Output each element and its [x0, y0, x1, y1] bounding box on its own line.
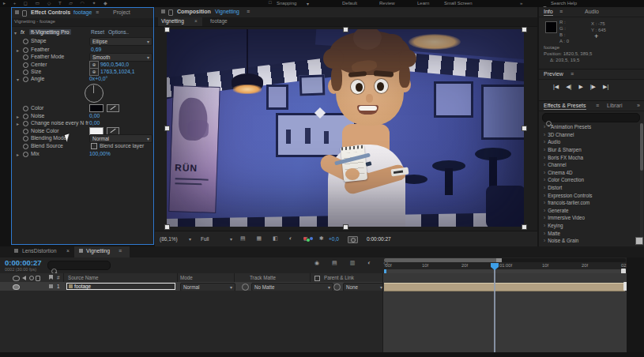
tool-icons[interactable]: ▸ + ◻ ▭ ◇ T ▱ ◠ ✦ ◆: [3, 0, 111, 6]
layer-duration-bar[interactable]: [384, 283, 625, 291]
effect-title-row[interactable]: ▾ fx ft-Vignetting Pro Reset Options..: [12, 28, 153, 36]
lock-icon[interactable]: [22, 10, 27, 17]
audio-speaker-icon[interactable]: [22, 276, 26, 280]
camera-snapshot-icon[interactable]: [348, 236, 358, 243]
next-frame-button[interactable]: |▶: [590, 84, 596, 90]
angle-value[interactable]: 0x+0,0°: [89, 76, 107, 81]
effects-category[interactable]: ›Immersive Video: [539, 214, 638, 222]
center-value[interactable]: 960,0,540,0: [100, 62, 129, 67]
panel-menu-icon[interactable]: ≡: [119, 248, 122, 254]
property-label[interactable]: Blending Mode: [31, 135, 66, 141]
scrollbar[interactable]: [640, 123, 643, 242]
selection-handle[interactable]: [522, 27, 527, 32]
checkbox-label[interactable]: Blend source layer: [100, 143, 144, 148]
effects-category[interactable]: ›francois-tarlier.com: [539, 199, 638, 207]
stopwatch-icon[interactable]: [23, 54, 28, 60]
snapping-checkbox-icon[interactable]: □: [269, 0, 272, 5]
stopwatch-icon[interactable]: [23, 121, 28, 126]
effect-name[interactable]: ft-Vignetting Pro: [29, 29, 71, 35]
video-frame[interactable]: RÜN: [167, 29, 524, 227]
effects-category[interactable]: ›Channel: [539, 161, 638, 169]
layer-name-field[interactable]: footage: [66, 283, 175, 290]
source-name-header[interactable]: Source Name: [68, 275, 99, 280]
exposure-value[interactable]: +0,0: [329, 236, 339, 242]
tab-vignetting-timeline[interactable]: Vignetting ≡: [74, 246, 130, 257]
property-label[interactable]: Mix: [31, 151, 40, 156]
eyedropper-icon[interactable]: [107, 104, 119, 112]
effects-category[interactable]: ›3D Channel: [539, 131, 638, 139]
selection-handle[interactable]: [343, 224, 348, 230]
comp-timecode[interactable]: 0:00:00:27: [367, 236, 391, 242]
search-help-input[interactable]: Search Help: [551, 1, 577, 6]
selection-handle[interactable]: [522, 126, 527, 131]
workspace-learn[interactable]: Learn: [417, 1, 429, 6]
blend-source-checkbox[interactable]: [91, 143, 97, 149]
selection-handle[interactable]: [164, 27, 170, 32]
timeline-ruler[interactable]: :00f 10f 20f 01:00f 10f 20f 02:0: [382, 263, 627, 269]
tab-effects-presets[interactable]: Effects & Presets: [544, 103, 586, 110]
feather-value[interactable]: 0,69: [91, 47, 101, 52]
tab-footage[interactable]: footage: [210, 18, 228, 24]
preview-title[interactable]: Preview: [544, 71, 563, 77]
reset-button[interactable]: Reset: [91, 29, 104, 35]
expand-open-icon[interactable]: ▾: [14, 30, 17, 36]
snapping-caret-icon[interactable]: ▾: [307, 1, 309, 6]
effects-category[interactable]: ›* Animation Presets: [539, 123, 638, 131]
property-label[interactable]: Shape: [31, 38, 47, 43]
effects-category[interactable]: ›Cinema 4D: [539, 169, 638, 177]
navigator-handle[interactable]: [384, 258, 499, 262]
snapping-label[interactable]: Snapping: [277, 1, 296, 6]
expand-closed-icon[interactable]: ▸: [17, 47, 19, 53]
property-label[interactable]: Angle: [31, 76, 44, 81]
effects-category[interactable]: ›Blur & Sharpen: [539, 146, 638, 154]
property-label[interactable]: Noise: [31, 113, 44, 118]
expand-closed-icon[interactable]: ▸: [17, 152, 19, 157]
effects-category[interactable]: ›Keying: [539, 222, 638, 230]
property-label[interactable]: Noise Color: [31, 128, 59, 133]
tab-audio[interactable]: Audio: [585, 9, 599, 14]
chevron-down-icon[interactable]: ▾: [189, 236, 191, 242]
effects-category[interactable]: ›Color Correction: [539, 176, 638, 184]
mode-header[interactable]: Mode: [180, 275, 193, 280]
workspace-more-icon[interactable]: »: [520, 1, 522, 6]
stopwatch-icon[interactable]: [23, 62, 28, 68]
stopwatch-icon[interactable]: [23, 47, 28, 53]
chevron-down-icon[interactable]: ▾: [230, 236, 232, 242]
options-button[interactable]: Options..: [108, 29, 129, 35]
video-eye-icon[interactable]: [13, 276, 20, 281]
resolution-dropdown[interactable]: Full: [201, 236, 209, 242]
workspace-small-screen[interactable]: Small Screen: [444, 1, 473, 6]
play-button[interactable]: ▶: [578, 84, 582, 90]
angle-dial[interactable]: [85, 84, 104, 103]
selection-handle[interactable]: [164, 126, 170, 131]
label-flag-icon[interactable]: [49, 275, 53, 280]
close-icon[interactable]: ×: [194, 18, 198, 24]
effects-category[interactable]: ›Audio: [539, 138, 638, 146]
stopwatch-icon[interactable]: [23, 129, 28, 134]
tab-vignetting[interactable]: Vignetting ×: [158, 17, 202, 26]
change-noise-value[interactable]: 0,00: [89, 120, 100, 126]
stopwatch-icon[interactable]: [23, 77, 28, 82]
tab-info[interactable]: Info: [544, 9, 553, 16]
property-label[interactable]: Feather Mode: [31, 54, 64, 59]
workspace-default[interactable]: Default: [342, 1, 357, 6]
property-label[interactable]: Size: [31, 69, 41, 74]
panel-menu-icon[interactable]: ≡: [596, 103, 599, 108]
mix-value[interactable]: 100,00%: [89, 151, 111, 156]
noise-value[interactable]: 0,00: [89, 113, 100, 118]
selection-handle[interactable]: [343, 27, 348, 32]
effects-category[interactable]: ›Noise & Grain: [539, 237, 638, 245]
size-value[interactable]: 1763,5,1024,1: [100, 69, 134, 74]
stopwatch-icon[interactable]: [23, 144, 28, 149]
timeline-option-icons[interactable]: ◉ ▤ ▥ ◐ ◇: [314, 260, 394, 266]
effects-category[interactable]: ›Distort: [539, 184, 638, 192]
lock-icon[interactable]: [36, 276, 40, 281]
panel-resize-grip[interactable]: [635, 237, 643, 245]
stopwatch-icon[interactable]: [23, 39, 28, 44]
layer-label-color[interactable]: [49, 284, 53, 288]
panel-menu-icon[interactable]: ≡: [96, 9, 99, 15]
effects-category[interactable]: ›Matte: [539, 229, 638, 237]
tab-effect-controls-target[interactable]: footage: [73, 9, 92, 15]
expand-closed-icon[interactable]: ▸: [17, 121, 19, 126]
property-label[interactable]: Color: [31, 105, 43, 111]
